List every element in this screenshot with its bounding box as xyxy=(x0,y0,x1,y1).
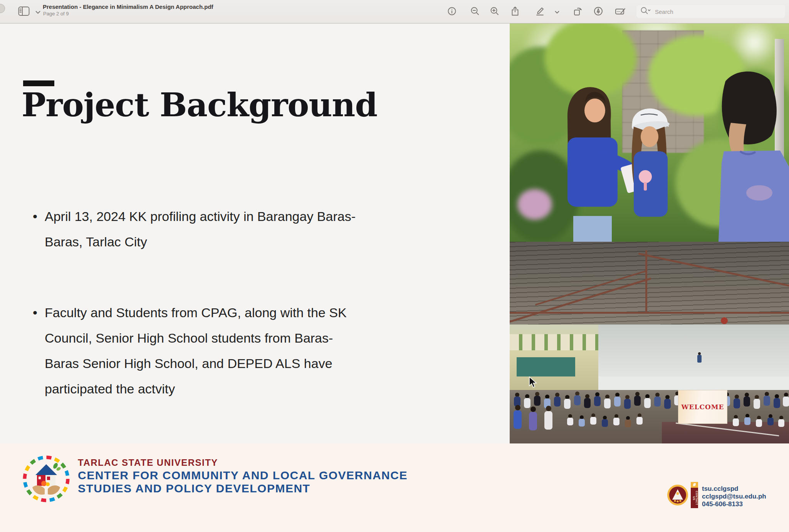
photo-profiling-interview xyxy=(510,23,789,242)
center-name-line2: STUDIES AND POLICY DEVELOPMENT xyxy=(78,482,310,495)
center-name-line1: CENTER FOR COMMUNITY AND LOCAL GOVERNANC… xyxy=(78,469,408,482)
zoom-out-icon xyxy=(470,7,480,17)
people-illustration xyxy=(510,23,789,242)
pdf-page: Project Background April 13, 2024 KK pro… xyxy=(0,23,789,443)
welcome-banner: WELCOME xyxy=(678,390,727,424)
leaf-icon xyxy=(693,483,696,486)
mouse-cursor xyxy=(529,376,538,388)
markup-options-button[interactable] xyxy=(554,6,561,18)
contact-ribbon: CONTACT US xyxy=(691,482,698,508)
rotate-button[interactable] xyxy=(572,6,584,18)
search-icon xyxy=(636,7,651,17)
school-building xyxy=(510,334,598,350)
teal-tarp xyxy=(517,357,575,376)
page-indicator: Page 2 of 9 xyxy=(43,11,69,17)
bullet-item: Faculty and Students from CPAG, along wi… xyxy=(33,300,451,402)
adults-front-torsos xyxy=(514,410,522,429)
court-floor xyxy=(662,422,789,444)
contact-block: tsu.cclgspd cclgspd@tsu.edu.ph 045-606-8… xyxy=(702,485,766,508)
markup-button[interactable] xyxy=(534,6,546,18)
sidebar-options-button[interactable] xyxy=(34,6,42,18)
sign-button[interactable] xyxy=(593,6,604,18)
zoom-out-button[interactable] xyxy=(469,6,481,18)
bullet-item: April 13, 2024 KK profiling activity in … xyxy=(33,204,451,254)
rotate-icon xyxy=(573,6,583,18)
zoom-in-icon xyxy=(490,7,499,17)
adults-front-heads xyxy=(515,405,520,410)
contact-ribbon-label: CONTACT US xyxy=(691,489,698,508)
slide-footer: TARLAC STATE UNIVERSITY CENTER FOR COMMU… xyxy=(0,443,789,532)
sidebar-toggle-button[interactable] xyxy=(18,6,30,18)
zoom-in-button[interactable] xyxy=(489,6,500,18)
court-sign xyxy=(721,317,728,324)
bullet-list: April 13, 2024 KK profiling activity in … xyxy=(33,204,451,447)
cclgspd-logo xyxy=(22,454,71,504)
welcome-banner-text: WELCOME xyxy=(681,403,724,411)
chevron-down-icon xyxy=(555,8,559,15)
share-icon xyxy=(510,6,520,18)
markup-pencil-icon xyxy=(535,6,545,18)
window-control-button[interactable] xyxy=(0,4,5,13)
document-title: Presentation - Elegance in Minimalism A … xyxy=(43,3,213,10)
contact-email: cclgspd@tsu.edu.ph xyxy=(702,493,766,500)
info-icon xyxy=(447,7,457,17)
search-input[interactable] xyxy=(654,8,771,15)
chevron-down-icon xyxy=(35,8,40,15)
crowd-torsos-front xyxy=(567,418,573,425)
slide-title: Project Background xyxy=(22,86,377,124)
university-name: TARLAC STATE UNIVERSITY xyxy=(78,457,218,468)
search-field[interactable] xyxy=(636,5,785,18)
autofill-form-button[interactable] xyxy=(615,6,626,18)
person-on-stage xyxy=(698,352,701,355)
toolbar: Presentation - Elegance in Minimalism A … xyxy=(0,0,789,23)
share-button[interactable] xyxy=(509,6,521,18)
title-dash xyxy=(23,80,54,86)
stage-floor xyxy=(598,376,789,390)
contact-social: tsu.cclgspd xyxy=(702,485,766,493)
form-fill-icon xyxy=(615,6,626,18)
photo-group-covered-court: WELCOME xyxy=(510,242,789,444)
preview-window: Presentation - Elegance in Minimalism A … xyxy=(0,0,789,532)
sidebar-icon xyxy=(18,6,30,18)
tsu-seal xyxy=(667,484,688,506)
signature-pen-icon xyxy=(593,6,603,18)
contact-phone: 045-606-8133 xyxy=(702,500,766,508)
info-button[interactable] xyxy=(446,6,458,18)
